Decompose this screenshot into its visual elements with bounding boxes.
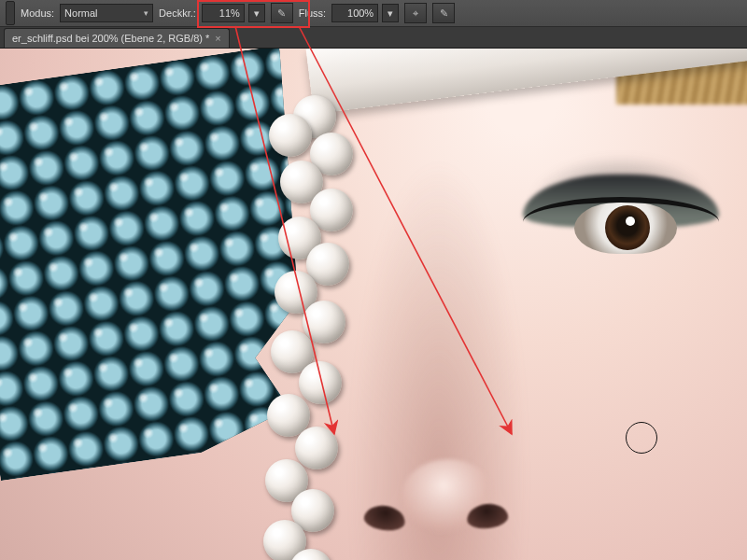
opacity-value: 11% [219,7,240,19]
mode-value: Normal [64,7,97,19]
image-eye [523,175,719,263]
opacity-input[interactable]: 11% [202,4,245,22]
image-pearls [252,95,374,560]
options-bar: Modus: Normal ▾ Deckkr.: 11% ▾ ✎ Fluss: … [0,0,747,27]
opacity-label: Deckkr.: [159,7,196,19]
pressure-for-opacity-button[interactable]: ✎ [271,3,293,23]
airbrush-button[interactable]: ⌖ [404,3,427,23]
document-canvas[interactable] [0,49,747,560]
document-tab[interactable]: er_schliff.psd bei 200% (Ebene 2, RGB/8)… [4,28,230,48]
chevron-down-icon: ▾ [388,7,393,20]
airbrush-icon: ⌖ [413,7,418,20]
close-icon[interactable]: × [215,33,220,44]
opacity-flyout[interactable]: ▾ [248,4,265,22]
document-tab-title: er_schliff.psd bei 200% (Ebene 2, RGB/8)… [12,33,209,44]
chevron-down-icon: ▾ [254,7,260,20]
flow-group: 100% ▾ [331,4,399,22]
mode-label: Modus: [21,7,54,19]
options-bar-left-edge [6,1,15,25]
chevron-down-icon: ▾ [144,8,148,18]
flow-flyout[interactable]: ▾ [382,4,399,22]
opacity-group: 11% ▾ [202,4,265,22]
pen-pressure-icon: ✎ [440,7,448,20]
flow-input[interactable]: 100% [331,4,378,22]
brush-cursor [626,422,657,454]
document-tab-bar: er_schliff.psd bei 200% (Ebene 2, RGB/8)… [0,27,747,49]
pen-pressure-icon: ✎ [277,7,286,20]
mode-select[interactable]: Normal ▾ [60,4,153,22]
document-image [0,49,747,560]
flow-label: Fluss: [299,7,326,19]
flow-value: 100% [347,7,374,19]
pressure-for-size-button[interactable]: ✎ [432,3,455,23]
